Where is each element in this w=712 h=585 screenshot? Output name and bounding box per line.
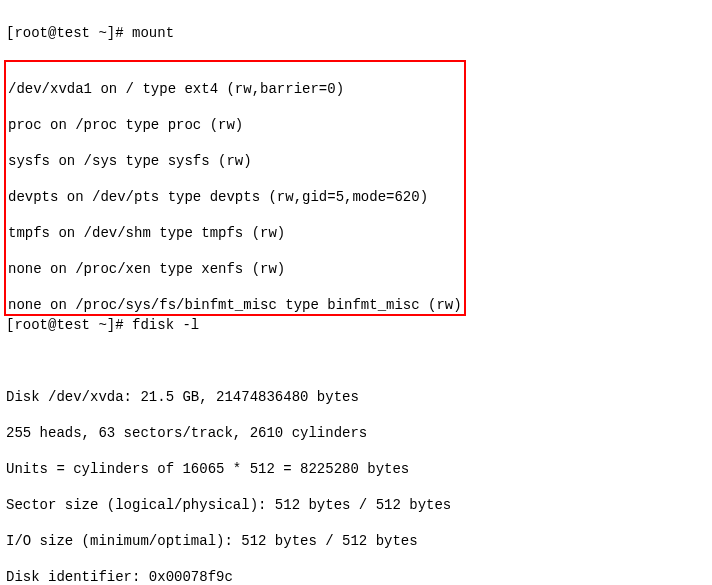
shell-prompt: [root@test ~]# xyxy=(6,317,132,333)
mount-line: none on /proc/xen type xenfs (rw) xyxy=(8,260,462,278)
highlight-box-mount-output: /dev/xvda1 on / type ext4 (rw,barrier=0)… xyxy=(4,60,466,316)
fdisk-xvda-line: 255 heads, 63 sectors/track, 2610 cylind… xyxy=(6,424,706,442)
fdisk-xvda-line: I/O size (minimum/optimal): 512 bytes / … xyxy=(6,532,706,550)
mount-line: tmpfs on /dev/shm type tmpfs (rw) xyxy=(8,224,462,242)
mount-line: sysfs on /sys type sysfs (rw) xyxy=(8,152,462,170)
blank-line xyxy=(6,352,706,370)
command-fdisk: fdisk -l xyxy=(132,317,199,333)
mount-line: proc on /proc type proc (rw) xyxy=(8,116,462,134)
prompt-line-mount: [root@test ~]# mount xyxy=(6,24,706,42)
mount-line: /dev/xvda1 on / type ext4 (rw,barrier=0) xyxy=(8,80,462,98)
terminal-output: [root@test ~]# mount /dev/xvda1 on / typ… xyxy=(0,0,712,585)
fdisk-xvda-line: Disk /dev/xvda: 21.5 GB, 21474836480 byt… xyxy=(6,388,706,406)
mount-line: none on /proc/sys/fs/binfmt_misc type bi… xyxy=(8,296,462,314)
fdisk-xvda-line: Disk identifier: 0x00078f9c xyxy=(6,568,706,585)
prompt-line-fdisk: [root@test ~]# fdisk -l xyxy=(6,316,706,334)
fdisk-xvda-line: Sector size (logical/physical): 512 byte… xyxy=(6,496,706,514)
command-mount: mount xyxy=(132,25,174,41)
mount-line: devpts on /dev/pts type devpts (rw,gid=5… xyxy=(8,188,462,206)
shell-prompt: [root@test ~]# xyxy=(6,25,132,41)
fdisk-xvda-line: Units = cylinders of 16065 * 512 = 82252… xyxy=(6,460,706,478)
